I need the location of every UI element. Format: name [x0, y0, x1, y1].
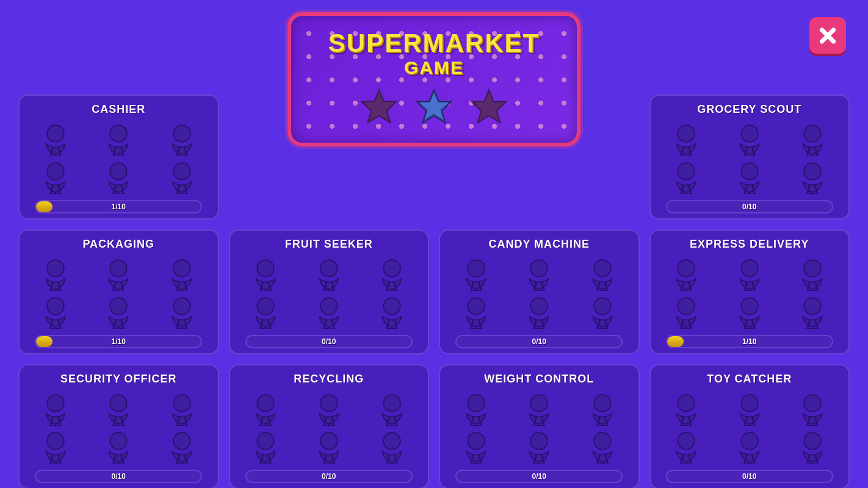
badge: [313, 295, 345, 329]
badge: [460, 429, 492, 464]
close-button[interactable]: [809, 17, 846, 54]
badge: [670, 122, 702, 156]
svg-point-68: [110, 298, 127, 315]
svg-point-4: [47, 125, 64, 142]
badge: [523, 392, 555, 426]
card-packaging[interactable]: PACKAGING 1/10: [18, 229, 219, 354]
card-fruit-seeker-title: FRUIT SEEKER: [285, 238, 373, 251]
badge: [103, 295, 134, 329]
badge: [797, 160, 828, 194]
badge: [734, 122, 765, 156]
badge: [523, 429, 555, 464]
card-candy-machine[interactable]: CANDY MACHINE 0/10: [439, 229, 640, 354]
card-security-officer-title: SECURITY OFFICER: [60, 373, 177, 386]
card-recycling-badges: [236, 392, 422, 464]
card-security-officer-progress-bar: 0/10: [35, 470, 202, 483]
badge: [523, 295, 555, 329]
cards-grid: CASHIER 1/10 GROCERY SCOUT: [18, 95, 850, 476]
card-cashier[interactable]: CASHIER 1/10: [18, 95, 219, 220]
card-security-officer-badges: [26, 392, 212, 464]
card-toy-catcher-progress-bar: 0/10: [666, 470, 833, 483]
svg-point-140: [741, 298, 758, 315]
svg-point-108: [594, 260, 611, 277]
badge: [670, 257, 702, 291]
card-grocery-scout-title: GROCERY SCOUT: [697, 103, 801, 116]
svg-point-92: [320, 298, 338, 315]
badge: [376, 295, 408, 329]
badge: [670, 429, 702, 464]
badge: [250, 392, 281, 426]
card-fruit-seeker-badges: [236, 257, 422, 329]
svg-point-156: [173, 395, 190, 412]
card-cashier-progress-bar: 1/10: [35, 200, 202, 214]
card-candy-machine-progress-text: 0/10: [532, 337, 546, 346]
badge: [103, 160, 134, 194]
svg-point-148: [47, 395, 64, 412]
card-express-delivery-progress-text: 1/10: [742, 337, 756, 346]
svg-point-168: [173, 432, 190, 450]
card-weight-control-progress-text: 0/10: [532, 472, 546, 481]
card-cashier-badges: [26, 122, 212, 194]
card-fruit-seeker[interactable]: FRUIT SEEKER 0/10: [229, 229, 430, 354]
svg-point-64: [47, 298, 64, 315]
badge: [670, 392, 702, 426]
star-3: [468, 87, 510, 129]
card-packaging-title: PACKAGING: [82, 238, 154, 251]
svg-point-16: [47, 163, 64, 180]
badge: [460, 392, 492, 426]
svg-point-116: [530, 298, 548, 315]
badge: [40, 122, 71, 156]
badge: [734, 429, 765, 464]
badge: [797, 295, 828, 329]
svg-point-28: [678, 125, 695, 142]
svg-point-24: [173, 163, 190, 180]
svg-point-72: [173, 298, 190, 315]
svg-point-84: [383, 260, 400, 277]
card-candy-machine-progress-bar: 0/10: [455, 335, 623, 348]
badge: [587, 257, 618, 291]
svg-point-176: [320, 395, 338, 412]
svg-point-224: [741, 395, 758, 412]
svg-point-144: [804, 298, 821, 315]
badge: [460, 257, 492, 291]
card-grocery-scout[interactable]: GROCERY SCOUT 0/10: [649, 95, 850, 220]
svg-point-180: [383, 395, 400, 412]
badge: [250, 257, 281, 291]
svg-point-32: [741, 125, 758, 142]
card-security-officer[interactable]: SECURITY OFFICER 0/10: [18, 364, 219, 488]
card-express-delivery-title: EXPRESS DELIVERY: [690, 238, 809, 251]
card-toy-catcher[interactable]: TOY CATCHER 0/10: [649, 364, 850, 488]
svg-point-60: [173, 260, 190, 277]
card-cashier-title: CASHIER: [92, 103, 145, 116]
badge: [250, 429, 281, 464]
card-recycling[interactable]: RECYCLING 0/10: [229, 364, 430, 488]
svg-point-172: [257, 395, 274, 412]
card-toy-catcher-progress-text: 0/10: [742, 472, 756, 481]
badge: [166, 429, 198, 464]
card-fruit-seeker-progress-bar: 0/10: [245, 335, 413, 348]
svg-point-196: [468, 395, 485, 412]
svg-point-212: [530, 432, 548, 450]
svg-point-184: [257, 432, 274, 450]
badge: [250, 295, 281, 329]
badge: [376, 429, 408, 464]
card-express-delivery[interactable]: EXPRESS DELIVERY 1/10: [649, 229, 850, 354]
svg-point-44: [741, 163, 758, 180]
badge: [166, 160, 198, 194]
svg-marker-3: [472, 90, 506, 123]
svg-point-100: [468, 260, 485, 277]
svg-point-48: [804, 163, 821, 180]
svg-marker-0: [362, 90, 396, 123]
card-weight-control[interactable]: WEIGHT CONTROL 0/10: [439, 364, 640, 488]
svg-point-112: [468, 298, 485, 315]
badge: [103, 392, 134, 426]
card-weight-control-progress-bar: 0/10: [455, 470, 623, 483]
badge: [797, 122, 828, 156]
badge: [587, 295, 618, 329]
stars-row: [358, 87, 510, 129]
svg-point-96: [383, 298, 400, 315]
card-cashier-progress-text: 1/10: [112, 203, 126, 211]
card-security-officer-progress-text: 0/10: [112, 472, 126, 481]
badge: [460, 295, 492, 329]
card-express-delivery-progress-bar: 1/10: [666, 335, 833, 348]
